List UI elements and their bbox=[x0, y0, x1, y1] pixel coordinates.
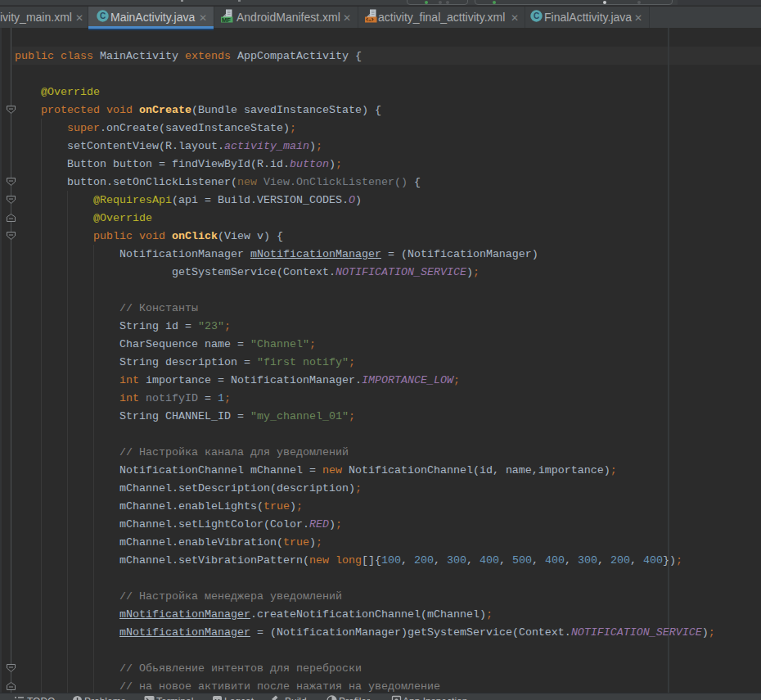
svg-text:C: C bbox=[100, 11, 106, 20]
svg-text:C: C bbox=[534, 11, 539, 20]
svg-text:MF: MF bbox=[222, 16, 231, 23]
